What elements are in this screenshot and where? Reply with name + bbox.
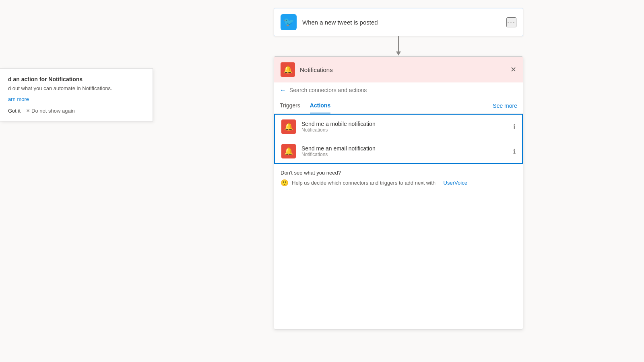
panel-body-empty: [274, 192, 523, 329]
action-title-mobile: Send me a mobile notification: [301, 121, 508, 127]
dismiss-label: Do not show again: [31, 108, 75, 114]
trigger-label: When a new tweet is posted: [302, 19, 506, 26]
flow-area: 🐦 When a new tweet is posted ··· 🔔 Notif…: [153, 0, 644, 362]
action-sub-email: Notifications: [301, 152, 508, 157]
panel-header: 🔔 Notifications ✕: [274, 57, 523, 82]
actions-list: 🔔 Send me a mobile notification Notifica…: [274, 114, 523, 164]
notification-icon: 🔔: [281, 62, 295, 77]
panel-title: Notifications: [300, 66, 506, 73]
search-input[interactable]: [289, 87, 517, 93]
info-icon-email[interactable]: ℹ: [513, 148, 516, 155]
action-bell-icon-mobile: 🔔: [281, 119, 296, 134]
tooltip-description: d out what you can automate in Notificat…: [8, 85, 144, 92]
action-sub-mobile: Notifications: [301, 127, 508, 133]
tabs-row: Triggers Actions See more: [274, 98, 523, 114]
more-options-button[interactable]: ···: [506, 17, 516, 27]
back-button[interactable]: ←: [280, 86, 286, 94]
action-text-email: Send me an email notification Notificati…: [301, 145, 508, 157]
dont-see-text: Help us decide which connectors and trig…: [292, 180, 436, 186]
action-item-email[interactable]: 🔔 Send me an email notification Notifica…: [275, 139, 522, 163]
dismiss-x-icon: ✕: [26, 108, 30, 113]
uservoice-link[interactable]: UserVoice: [444, 180, 467, 186]
tooltip-title: d an action for Notifications: [8, 76, 144, 82]
dont-see-title: Don't see what you need?: [281, 170, 516, 176]
arrow-connector: [398, 36, 399, 52]
tooltip-actions: Got it ✕ Do not show again: [8, 108, 144, 114]
got-it-button[interactable]: Got it: [8, 108, 21, 114]
bell-icon: 🔔: [283, 65, 292, 74]
tab-triggers[interactable]: Triggers: [280, 98, 300, 113]
tab-actions[interactable]: Actions: [310, 98, 330, 113]
dont-see-description: 🙂 Help us decide which connectors and tr…: [281, 179, 516, 187]
twitter-bird-icon: 🐦: [283, 17, 294, 27]
smile-icon: 🙂: [281, 179, 289, 187]
bell-icon: 🔔: [284, 147, 293, 156]
close-button[interactable]: ✕: [510, 65, 516, 74]
twitter-icon: 🐦: [281, 14, 297, 30]
main-canvas: d an action for Notifications d out what…: [0, 0, 644, 362]
action-bell-icon-email: 🔔: [281, 144, 296, 158]
dismiss-button[interactable]: ✕ Do not show again: [26, 108, 75, 114]
trigger-card: 🐦 When a new tweet is posted ···: [274, 8, 523, 36]
bell-icon: 🔔: [284, 122, 293, 131]
dont-see-section: Don't see what you need? 🙂 Help us decid…: [274, 164, 523, 192]
learn-more-link[interactable]: arn more: [8, 96, 144, 102]
action-text-mobile: Send me a mobile notification Notificati…: [301, 121, 508, 133]
see-more-button[interactable]: See more: [493, 103, 517, 109]
search-bar: ←: [274, 82, 523, 98]
action-title-email: Send me an email notification: [301, 145, 508, 152]
tooltip-panel: d an action for Notifications d out what…: [0, 68, 153, 121]
notifications-panel: 🔔 Notifications ✕ ← Triggers Actions See…: [274, 56, 523, 329]
info-icon-mobile[interactable]: ℹ: [513, 123, 516, 131]
action-item-mobile[interactable]: 🔔 Send me a mobile notification Notifica…: [275, 115, 522, 139]
